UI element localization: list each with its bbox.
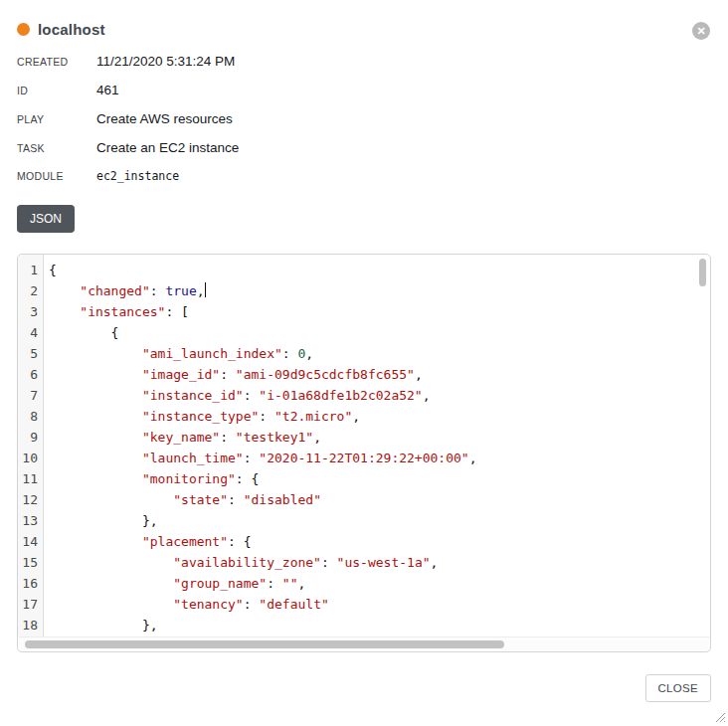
- line-number: 11: [18, 468, 44, 489]
- code-line: 11 "monitoring": {: [18, 468, 710, 489]
- line-number: 17: [18, 594, 44, 615]
- detail-row-task: TASK Create an EC2 instance: [17, 140, 711, 158]
- line-number: 1: [18, 260, 44, 280]
- modal-header: localhost ✕: [17, 21, 711, 38]
- detail-value: 11/21/2020 5:31:24 PM: [96, 54, 235, 69]
- line-number: 18: [18, 615, 44, 635]
- code-line: 7 "instance_id": "i-01a68dfe1b2c02a52",: [18, 385, 710, 406]
- line-number: 5: [18, 343, 44, 364]
- line-number: 13: [18, 510, 44, 531]
- detail-value: ec2_instance: [96, 169, 179, 183]
- horizontal-scrollbar[interactable]: [19, 636, 709, 650]
- close-icon[interactable]: ✕: [692, 22, 710, 40]
- detail-value: Create AWS resources: [96, 111, 233, 126]
- code-line: 6 "image_id": "ami-09d9c5cdcfb8fc655",: [18, 364, 710, 385]
- code-lines: 1{2 "changed": true,3 "instances": [4 {5…: [18, 255, 710, 635]
- code-line: 5 "ami_launch_index": 0,: [18, 343, 710, 364]
- line-number: 15: [18, 552, 44, 573]
- line-number: 3: [18, 301, 44, 322]
- code-line: 2 "changed": true,: [18, 280, 710, 301]
- code-line: 13 },: [18, 510, 710, 531]
- detail-row-module: MODULE ec2_instance: [17, 169, 711, 187]
- detail-row-play: PLAY Create AWS resources: [17, 111, 711, 129]
- code-line: 17 "tenancy": "default": [18, 594, 710, 615]
- detail-value: 461: [96, 83, 119, 97]
- json-tab-button[interactable]: JSON: [17, 205, 75, 233]
- line-number: 2: [18, 280, 44, 301]
- code-line: 10 "launch_time": "2020-11-22T01:29:22+0…: [18, 448, 710, 468]
- line-number: 9: [18, 427, 44, 448]
- detail-label: TASK: [17, 142, 96, 154]
- detail-value: Create an EC2 instance: [96, 140, 239, 155]
- detail-row-created: CREATED 11/21/2020 5:31:24 PM: [17, 54, 711, 72]
- detail-label: ID: [17, 85, 96, 96]
- line-number: 8: [18, 406, 44, 427]
- detail-label: CREATED: [17, 56, 96, 68]
- line-number: 6: [18, 364, 44, 385]
- code-line: 8 "instance_type": "t2.micro",: [18, 406, 710, 427]
- host-name-title: localhost: [38, 21, 105, 38]
- detail-label: MODULE: [17, 170, 96, 182]
- resize-handle[interactable]: [715, 712, 726, 723]
- code-line: 14 "placement": {: [18, 531, 710, 552]
- code-line: 18 },: [18, 615, 710, 635]
- detail-row-id: ID 461: [17, 83, 711, 100]
- code-line: 9 "key_name": "testkey1",: [18, 427, 710, 448]
- modal-footer: CLOSE: [17, 674, 711, 702]
- line-number: 16: [18, 573, 44, 594]
- detail-label: PLAY: [17, 113, 96, 125]
- code-line: 1{: [18, 260, 710, 280]
- json-output-editor[interactable]: 1{2 "changed": true,3 "instances": [4 {5…: [17, 254, 711, 652]
- text-cursor: [205, 282, 207, 297]
- line-number: 4: [18, 322, 44, 343]
- event-details: CREATED 11/21/2020 5:31:24 PM ID 461 PLA…: [17, 54, 711, 187]
- line-number: 10: [18, 448, 44, 468]
- horizontal-scrollbar-thumb[interactable]: [25, 640, 504, 648]
- code-line: 4 {: [18, 322, 710, 343]
- line-number: 7: [18, 385, 44, 406]
- host-status-icon: [17, 23, 30, 36]
- line-number: 12: [18, 489, 44, 510]
- vertical-scrollbar[interactable]: [699, 259, 706, 286]
- code-line: 3 "instances": [: [18, 301, 710, 322]
- code-line: 15 "availability_zone": "us-west-1a",: [18, 552, 710, 573]
- close-button[interactable]: CLOSE: [645, 674, 712, 702]
- host-event-modal: localhost ✕ CREATED 11/21/2020 5:31:24 P…: [0, 0, 728, 726]
- code-line: 16 "group_name": "",: [18, 573, 710, 594]
- code-line: 12 "state": "disabled": [18, 489, 710, 510]
- line-number: 14: [18, 531, 44, 552]
